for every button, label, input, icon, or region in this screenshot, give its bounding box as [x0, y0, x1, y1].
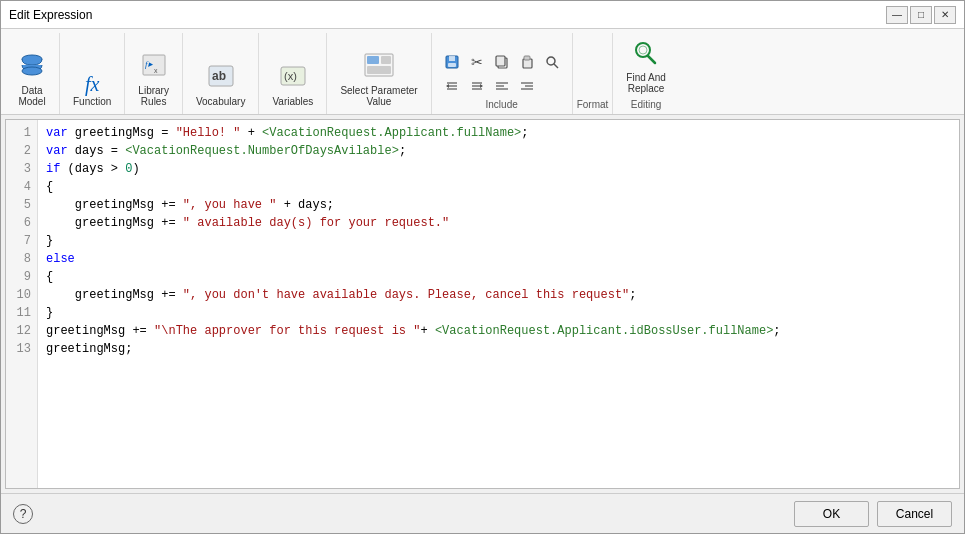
variables-button[interactable]: (x) Variables: [267, 59, 318, 110]
include-buttons: ✂: [440, 35, 564, 97]
vocabulary-button[interactable]: ab Vocabulary: [191, 59, 250, 110]
data-model-buttons: DataModel: [13, 35, 51, 110]
find-replace-icon: [630, 38, 662, 70]
close-button[interactable]: ✕: [934, 6, 956, 24]
editing-label: Editing: [631, 99, 662, 110]
line-num-1: 1: [12, 124, 31, 142]
line-num-6: 6: [12, 214, 31, 232]
svg-rect-10: [367, 56, 379, 64]
save-button[interactable]: [440, 51, 464, 73]
paste-button[interactable]: [515, 51, 539, 73]
select-parameter-buttons: Select ParameterValue: [335, 35, 422, 110]
line-num-2: 2: [12, 142, 31, 160]
edit-expression-window: Edit Expression — □ ✕: [0, 0, 965, 534]
bottom-right: OK Cancel: [794, 501, 952, 527]
select-parameter-label: Select ParameterValue: [340, 85, 417, 107]
ribbon-group-editing: Find AndReplace Editing: [613, 33, 678, 114]
svg-text:(x): (x): [284, 70, 297, 82]
title-bar: Edit Expression — □ ✕: [1, 1, 964, 29]
align-right-button[interactable]: [515, 75, 539, 97]
editor-content: 1 2 3□ 4 5 6 7 8 9□ 10 11 12 13 var gree…: [6, 120, 959, 488]
ribbon-group-variables: (x) Variables: [259, 33, 327, 114]
help-button[interactable]: ?: [13, 504, 33, 524]
find-replace-small-button[interactable]: [540, 51, 564, 73]
format-label: Format: [577, 99, 609, 110]
copy-button[interactable]: [490, 51, 514, 73]
format-row-bottom: [440, 75, 564, 97]
ribbon-group-include: ✂: [432, 33, 573, 114]
svg-text:f▸: f▸: [145, 59, 154, 69]
data-model-icon: [18, 51, 46, 83]
ribbon-group-vocabulary: ab Vocabulary: [183, 33, 259, 114]
svg-point-38: [639, 46, 647, 54]
svg-rect-11: [381, 56, 391, 64]
indent-right-button[interactable]: [465, 75, 489, 97]
include-label: Include: [486, 99, 518, 110]
svg-rect-14: [449, 56, 455, 61]
format-row-top: ✂: [440, 51, 564, 73]
function-label: Function: [73, 96, 111, 107]
cut-button[interactable]: ✂: [465, 51, 489, 73]
library-rules-label: LibraryRules: [138, 85, 169, 107]
ribbon-group-format: Format: [573, 33, 614, 114]
line-num-5: 5: [12, 196, 31, 214]
line-num-11: 11: [12, 304, 31, 322]
line-num-13: 13: [12, 340, 31, 358]
function-buttons: fx Function: [68, 35, 116, 110]
maximize-button[interactable]: □: [910, 6, 932, 24]
ribbon-group-data-model: DataModel: [5, 33, 60, 114]
svg-rect-19: [524, 56, 530, 60]
line-num-10: 10: [12, 286, 31, 304]
library-rules-button[interactable]: f▸ x LibraryRules: [133, 48, 174, 110]
line-num-7: 7: [12, 232, 31, 250]
window-title: Edit Expression: [9, 8, 92, 22]
function-icon: fx: [85, 74, 99, 94]
line-num-9: 9□: [12, 268, 31, 286]
function-button[interactable]: fx Function: [68, 71, 116, 110]
data-model-button[interactable]: DataModel: [13, 48, 51, 110]
select-parameter-icon: [363, 51, 395, 83]
svg-line-21: [554, 64, 558, 68]
variables-label: Variables: [272, 96, 313, 107]
indent-left-button[interactable]: [440, 75, 464, 97]
library-rules-icon: f▸ x: [140, 51, 168, 83]
svg-marker-25: [446, 84, 449, 88]
find-and-replace-label: Find AndReplace: [626, 72, 665, 94]
line-numbers: 1 2 3□ 4 5 6 7 8 9□ 10 11 12 13: [6, 120, 38, 488]
svg-text:ab: ab: [212, 69, 226, 83]
variables-icon: (x): [279, 62, 307, 94]
line-num-8: 8: [12, 250, 31, 268]
svg-marker-29: [480, 84, 483, 88]
find-and-replace-button[interactable]: Find AndReplace: [621, 35, 670, 97]
line-num-4: 4: [12, 178, 31, 196]
minimize-button[interactable]: —: [886, 6, 908, 24]
ribbon-group-select-parameter: Select ParameterValue: [327, 33, 431, 114]
svg-point-1: [22, 67, 42, 75]
editing-buttons: Find AndReplace: [621, 35, 670, 97]
vocabulary-label: Vocabulary: [196, 96, 245, 107]
code-editor[interactable]: var greetingMsg = "Hello! " + <VacationR…: [38, 120, 959, 488]
data-model-label: DataModel: [18, 85, 45, 107]
align-left-button[interactable]: [490, 75, 514, 97]
svg-rect-15: [448, 63, 456, 67]
ribbon-group-library-rules: f▸ x LibraryRules: [125, 33, 183, 114]
bottom-left: ?: [13, 504, 33, 524]
ok-button[interactable]: OK: [794, 501, 869, 527]
svg-point-20: [547, 57, 555, 65]
editor-container: 1 2 3□ 4 5 6 7 8 9□ 10 11 12 13 var gree…: [5, 119, 960, 489]
select-parameter-button[interactable]: Select ParameterValue: [335, 48, 422, 110]
svg-rect-12: [367, 66, 391, 74]
svg-rect-17: [496, 56, 505, 66]
vocabulary-buttons: ab Vocabulary: [191, 35, 250, 110]
cancel-button[interactable]: Cancel: [877, 501, 952, 527]
vocabulary-icon: ab: [207, 62, 235, 94]
svg-line-37: [648, 56, 655, 63]
window-controls: — □ ✕: [886, 6, 956, 24]
variables-buttons: (x) Variables: [267, 35, 318, 110]
ribbon-toolbar: DataModel fx Function f▸: [1, 29, 964, 115]
svg-text:x: x: [154, 67, 158, 74]
line-num-12: 12: [12, 322, 31, 340]
library-rules-buttons: f▸ x LibraryRules: [133, 35, 174, 110]
line-num-3: 3□: [12, 160, 31, 178]
bottom-bar: ? OK Cancel: [1, 493, 964, 533]
